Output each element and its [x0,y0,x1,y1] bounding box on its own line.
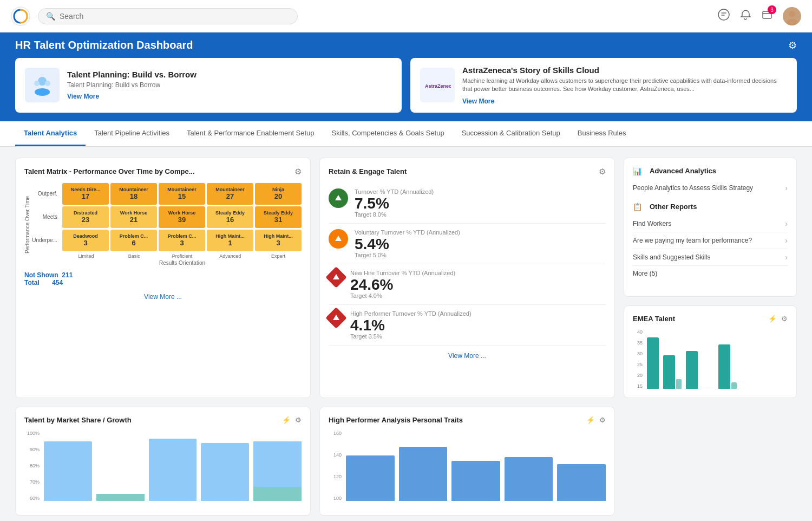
metric-icon-green [329,188,348,208]
retain-engage-gear-icon[interactable]: ⚙ [599,167,606,177]
matrix-cell-1-1[interactable]: Needs Dire... 17 [62,183,109,205]
svg-point-8 [45,81,50,86]
market-share-filter-icon[interactable]: ⚡ [282,416,291,424]
metric-icon-red-1 [325,266,347,288]
matrix-cell-3-4[interactable]: High Maint... 1 [207,230,253,251]
matrix-x-title: Results Orientation [32,260,302,266]
cell-num: 3 [83,239,87,247]
notification-icon[interactable] [739,9,751,23]
svg-point-4 [787,19,797,25]
matrix-cell-1-2[interactable]: Mountaineer 18 [110,183,157,205]
matrix-grid: Outperf. Needs Dire... 17 Mountaineer 18… [32,183,302,266]
promo-link-talent[interactable]: View More [67,93,99,100]
hp-gear-icon[interactable]: ⚙ [599,416,606,424]
hp-filter-icon[interactable]: ⚡ [586,416,595,424]
report-link-3[interactable]: Skills and Suggested Skills › [633,249,788,266]
talent-matrix-gear-icon[interactable]: ⚙ [294,167,302,177]
emea-bar-group-5 [718,344,737,389]
matrix-cell-2-2[interactable]: Work Horse 21 [110,206,157,228]
metric-label-2: Voluntary Turnover % YTD (Annualized) [355,229,606,236]
retain-engage-view-more[interactable]: View More ... [329,352,606,360]
matrix-cell-3-3[interactable]: Problem C... 3 [159,230,205,251]
matrix-view-more[interactable]: View More ... [24,293,302,301]
metric-label-1: Turnover % YTD (Annualized) [355,188,606,195]
matrix-cell-2-5[interactable]: Steady Eddy 31 [255,206,302,228]
retain-engage-header: Retain & Engage Talent ⚙ [329,167,606,177]
promo-card-astrazeneca[interactable]: AstraZeneca AstraZeneca's Story of Skill… [410,58,797,113]
metric-row-1: Turnover % YTD (Annualized) 7.5% Target … [329,183,606,224]
emea-bar-light-5 [731,382,737,389]
analytics-link-1[interactable]: People Analytics to Assess Skills Strate… [633,180,788,196]
matrix-cell-2-1[interactable]: Distracted 23 [62,206,109,228]
report-link-more[interactable]: More (5) [633,266,788,281]
avatar[interactable] [783,7,801,25]
market-bar-group-1 [44,441,92,501]
search-input[interactable] [60,12,290,21]
emea-bar-group-2 [663,355,682,389]
high-performer-icons: ⚡ ⚙ [586,416,606,424]
promo-content-astra: AstraZeneca's Story of Skills Cloud Mach… [462,66,787,105]
nav-icons: 3 [718,7,801,25]
matrix-cell-1-4[interactable]: Mountaineer 27 [207,183,253,205]
cell-num: 3 [276,239,280,247]
cell-name: High Maint... [264,233,293,239]
tab-pipeline[interactable]: Talent Pipeline Activities [86,121,178,146]
tab-enablement[interactable]: Talent & Performance Enablement Setup [178,121,323,146]
cell-num: 3 [180,239,184,247]
high-performer-header: High Performer Analysis Personal Traits … [329,416,606,424]
emea-bar-dark-5 [718,344,730,389]
not-shown-label: Not Shown [24,271,58,279]
svg-point-1 [718,9,729,20]
advanced-analytics-title: 📊 Advanced Analytics [633,167,788,175]
workday-logo[interactable] [11,6,30,26]
tab-business-rules[interactable]: Business Rules [569,121,635,146]
matrix-cell-3-2[interactable]: Problem C... 6 [110,230,157,251]
matrix-cell-3-1[interactable]: Deadwood 3 [62,230,109,251]
x-label-5: Expert [255,253,302,259]
metric-value-4: 4.1% [350,318,606,333]
dashboard-gear-icon[interactable]: ⚙ [788,40,797,51]
promo-title-astra: AstraZeneca's Story of Skills Cloud [462,66,787,75]
emea-talent-card: EMEA Talent ⚡ ⚙ 40 35 30 25 20 15 [624,305,797,398]
matrix-cell-2-3[interactable]: Work Horse 39 [159,206,205,228]
chat-icon[interactable] [718,9,730,23]
inbox-icon[interactable]: 3 [761,9,773,23]
emea-chart-wrapper: 40 35 30 25 20 15 [633,329,788,389]
metric-value-2: 5.4% [355,237,606,252]
x-label-2: Basic [111,253,158,259]
matrix-row-1: Outperf. Needs Dire... 17 Mountaineer 18… [32,183,302,205]
promo-content-talent: Talent Planning: Build vs. Borrow Talent… [67,70,392,100]
matrix-cell-2-4[interactable]: Steady Eddy 16 [207,206,253,228]
inbox-badge: 3 [768,5,776,14]
chevron-right-icon-1: › [785,184,788,192]
hp-bar-4 [505,457,553,501]
tab-skills[interactable]: Skills, Competencies & Goals Setup [323,121,453,146]
emea-filter-icon[interactable]: ⚡ [768,315,777,323]
talent-matrix-header: Talent Matrix - Performance Over Time by… [24,167,302,177]
matrix-cell-1-3[interactable]: Mountaineer 15 [159,183,205,205]
matrix-cell-1-5[interactable]: Ninja 20 [255,183,302,205]
analytics-reports-card: 📊 Advanced Analytics People Analytics to… [624,158,797,297]
svg-marker-11 [335,236,342,241]
metric-value-3: 24.6% [350,277,606,292]
matrix-cell-3-5[interactable]: High Maint... 3 [255,230,302,251]
market-share-gear-icon[interactable]: ⚙ [295,416,302,424]
tab-succession[interactable]: Succession & Calibration Setup [453,121,569,146]
header-band: HR Talent Optimization Dashboard ⚙ [0,32,812,58]
promo-link-astra[interactable]: View More [462,97,494,105]
report-link-2[interactable]: Are we paying my team for performance? › [633,232,788,249]
right-panel: 📊 Advanced Analytics People Analytics to… [624,158,797,398]
promo-card-talent-planning[interactable]: Talent Planning: Build vs. Borrow Talent… [15,58,402,113]
bottom-right-placeholder [624,407,797,428]
metric-content-1: Turnover % YTD (Annualized) 7.5% Target … [355,188,606,218]
emea-gear-icon[interactable]: ⚙ [781,315,788,323]
emea-talent-header: EMEA Talent ⚡ ⚙ [633,315,788,323]
cell-name: Distracted [74,210,97,216]
svg-point-6 [35,88,50,96]
emea-bar-group-4 [702,387,714,389]
matrix-row-label-3: Underpe... [32,230,61,251]
report-link-1[interactable]: Find Workers › [633,216,788,232]
search-bar[interactable]: 🔍 [38,8,298,24]
market-share-header: Talent by Market Share / Growth ⚡ ⚙ [24,416,302,424]
tab-talent-analytics[interactable]: Talent Analytics [15,121,86,146]
